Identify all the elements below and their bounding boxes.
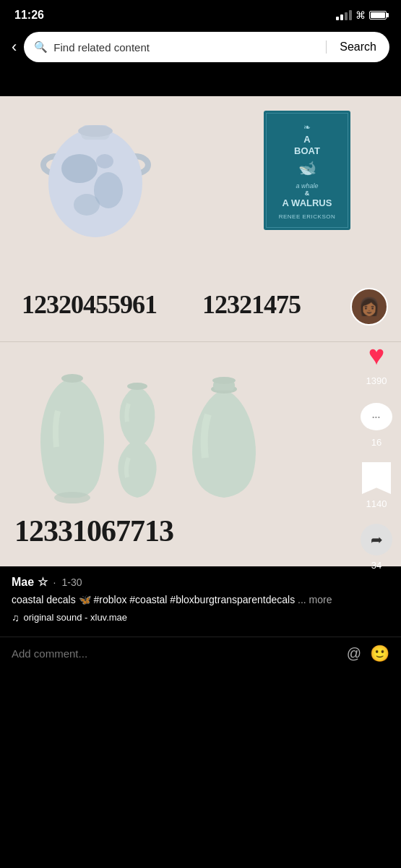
- battery-icon: [369, 11, 387, 20]
- avatar-face: 👩🏾: [352, 289, 387, 324]
- svg-point-9: [61, 374, 83, 383]
- avatar-slide1[interactable]: 👩🏾: [350, 288, 388, 326]
- search-bar-container: ‹ 🔍 Find related content Search: [0, 27, 401, 71]
- heart-icon: ♥: [368, 340, 385, 371]
- vases-svg: [22, 353, 303, 512]
- search-icon: 🔍: [34, 41, 48, 54]
- save-icon-wrap[interactable]: [359, 461, 394, 495]
- follow-label[interactable]: 1-30: [61, 576, 82, 588]
- svg-point-3: [61, 154, 98, 183]
- back-button[interactable]: ‹: [12, 38, 17, 56]
- svg-point-8: [78, 125, 113, 137]
- search-bar[interactable]: 🔍 Find related content Search: [24, 32, 389, 62]
- search-button[interactable]: Search: [327, 32, 389, 62]
- vases-group: [22, 353, 303, 515]
- status-time: 11:26: [14, 9, 44, 22]
- hashtag-roblox[interactable]: #roblox: [94, 594, 127, 605]
- svg-point-10: [54, 492, 90, 503]
- comment-input-bar: @ 🙂: [0, 637, 401, 671]
- share-count: 34: [371, 560, 381, 571]
- code-3: 12331067713: [14, 514, 173, 548]
- more-link[interactable]: ... more: [298, 594, 332, 605]
- content-area: ❧ A BOAT 🐋 a whale & A WALRUS RENEE ERIC…: [0, 96, 401, 566]
- at-icon[interactable]: @: [347, 645, 361, 662]
- slide-1: ❧ A BOAT 🐋 a whale & A WALRUS RENEE ERIC…: [0, 96, 401, 342]
- save-count: 1140: [366, 498, 387, 509]
- vase-1-container: [36, 118, 159, 255]
- sound-text: original sound - xluv.mae: [24, 612, 128, 623]
- book-cover: ❧ A BOAT 🐋 a whale & A WALRUS RENEE ERIC…: [264, 111, 350, 230]
- caption: coastal decals 🦋 #roblox #coastal #bloxb…: [12, 593, 389, 608]
- comment-count: 16: [371, 437, 381, 448]
- share-icon-wrap[interactable]: ➦: [359, 522, 394, 557]
- sound-row[interactable]: ♫ original sound - xluv.mae: [12, 612, 389, 624]
- book-border: [266, 113, 348, 228]
- save-action[interactable]: 1140: [359, 461, 394, 509]
- svg-point-5: [74, 194, 100, 216]
- share-action[interactable]: ➦ 34: [359, 522, 394, 571]
- hashtag-coastal[interactable]: #coastal: [129, 594, 167, 605]
- bottom-info: Mae ☆ · 1-30 coastal decals 🦋 #roblox #c…: [0, 566, 401, 637]
- code-2: 12321475: [202, 289, 301, 320]
- comment-input[interactable]: [12, 647, 338, 660]
- vase-1-svg: [36, 118, 155, 244]
- actions-sidebar: ♥ 1390 16 1140 ➦: [359, 342, 394, 566]
- slide-2: 12331067713 ♥ 1390 16: [0, 342, 401, 566]
- comment-icon: [361, 403, 392, 430]
- like-icon-wrap[interactable]: ♥: [359, 338, 394, 373]
- svg-point-11: [127, 383, 147, 390]
- signal-icon: [336, 10, 352, 20]
- svg-point-14: [212, 377, 236, 384]
- svg-point-6: [96, 154, 113, 169]
- music-note-icon: ♫: [12, 612, 20, 624]
- caption-text: coastal decals 🦋: [12, 594, 94, 605]
- emoji-icon[interactable]: 🙂: [370, 644, 389, 663]
- comment-action[interactable]: 16: [359, 399, 394, 448]
- wifi-icon: ⌘: [355, 9, 366, 21]
- user-info-row: Mae ☆ · 1-30: [12, 575, 389, 589]
- dot-separator: ·: [53, 576, 56, 588]
- search-input-area[interactable]: 🔍 Find related content: [24, 41, 327, 54]
- code-1: 12320455961: [22, 289, 157, 320]
- like-action[interactable]: ♥ 1390: [359, 338, 394, 386]
- search-placeholder: Find related content: [53, 41, 150, 54]
- comment-icon-wrap[interactable]: [359, 399, 394, 434]
- status-icons: ⌘: [336, 9, 387, 21]
- status-bar: 11:26 ⌘: [0, 0, 401, 27]
- like-count: 1390: [366, 375, 387, 386]
- black-gap: [0, 71, 401, 96]
- hashtag-bloxburg[interactable]: #bloxburgtransparentdecals: [170, 594, 295, 605]
- bookmark-icon: [362, 462, 391, 494]
- username[interactable]: Mae ☆: [12, 575, 48, 589]
- share-icon: ➦: [361, 524, 392, 556]
